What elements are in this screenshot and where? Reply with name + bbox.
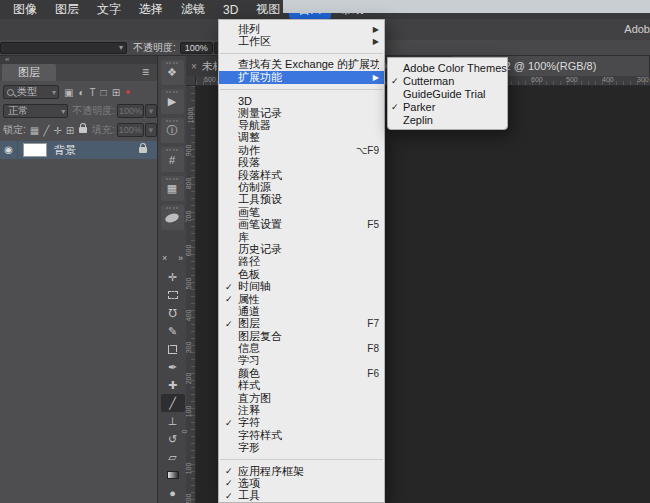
menu-item-shortcut: F5 <box>367 219 379 230</box>
window-menu-item-0[interactable]: 排列▶ <box>219 23 384 35</box>
filter-pixel-layers-icon[interactable]: ▣ <box>64 87 73 98</box>
gradient-tool[interactable] <box>161 466 185 484</box>
lock-all-icon[interactable] <box>79 127 87 133</box>
window-menu-item-24[interactable]: ✓图层F7 <box>219 318 384 330</box>
menubar-item-4[interactable]: 滤镜 <box>172 0 214 19</box>
menubar-item-2[interactable]: 文字 <box>88 0 130 19</box>
fill-value[interactable]: 100% <box>117 123 144 137</box>
collapse-panels-icon[interactable]: « <box>5 55 8 64</box>
panel-menu-icon[interactable]: ≡ <box>142 65 149 79</box>
filter-toggle-icon[interactable]: ● <box>125 87 130 97</box>
extensions-submenu-item-3[interactable]: ✓Parker <box>388 100 507 113</box>
vertical-ruler[interactable]: 10009008007006005004003002001000100200 <box>186 86 196 503</box>
window-menu-item-4[interactable]: 扩展功能▶ <box>219 71 384 83</box>
layer-opacity-caret[interactable]: ▾ <box>145 104 157 118</box>
filter-adjustment-layers-icon[interactable]: ◐ <box>78 87 84 98</box>
eraser-tool[interactable]: ▱ <box>161 448 185 466</box>
brush-tool[interactable]: ╱ <box>161 394 185 412</box>
blur-tool[interactable]: ● <box>161 484 185 502</box>
window-menu-item-32[interactable]: ✓字符 <box>219 417 384 429</box>
menubar-item-1[interactable]: 图层 <box>46 0 88 19</box>
expand-dock-icon[interactable]: » <box>178 253 183 263</box>
window-menu-item-31[interactable]: 注释 <box>219 404 384 416</box>
healing-brush-tool[interactable]: ✚ <box>161 376 185 394</box>
menubar-item-3[interactable]: 选择 <box>130 0 172 19</box>
clone-stamp-tool[interactable]: ⊥ <box>161 412 185 430</box>
window-menu-item-25[interactable]: 图层复合 <box>219 330 384 342</box>
window-menu-item-21[interactable]: ✓时间轴 <box>219 280 384 292</box>
submenu-item-label: GuideGuide Trial <box>403 88 486 100</box>
layer-thumbnail[interactable] <box>23 143 47 157</box>
window-menu-item-9[interactable]: 调整 <box>219 132 384 144</box>
crop-tool[interactable] <box>161 340 185 358</box>
window-menu-item-38[interactable]: ✓工具 <box>219 490 384 502</box>
window-menu-item-10[interactable]: 动作⌥F9 <box>219 144 384 156</box>
window-menu-item-6[interactable]: 3D <box>219 95 384 107</box>
lasso-tool[interactable]: ℧ <box>161 304 185 322</box>
window-menu-item-19[interactable]: 路径 <box>219 256 384 268</box>
window-menu-item-17[interactable]: 库 <box>219 231 384 243</box>
submenu-arrow-icon: ▶ <box>373 73 379 82</box>
window-menu-item-34[interactable]: 字形 <box>219 442 384 454</box>
eyedropper-tool[interactable]: ✒ <box>161 358 185 376</box>
layer-opacity-value[interactable]: 100% <box>117 104 144 118</box>
extensions-submenu-item-1[interactable]: ✓Cutterman <box>388 74 507 87</box>
window-menu-item-23[interactable]: 通道 <box>219 305 384 317</box>
guideguide-panel-icon[interactable]: # <box>161 147 184 172</box>
filter-shape-layers-icon[interactable]: □ <box>101 87 107 98</box>
zeplin-panel-icon[interactable] <box>161 205 184 230</box>
actions-panel-icon[interactable]: ▶ <box>161 89 184 114</box>
document-tab-1[interactable]: × 未标 <box>186 56 218 76</box>
lock-transparent-pixels-icon[interactable]: ▦ <box>30 125 39 136</box>
extensions-submenu-item-4[interactable]: Zeplin <box>388 113 507 126</box>
extensions-submenu-item-0[interactable]: Adobe Color Themes <box>388 61 507 74</box>
marquee-tool[interactable] <box>161 286 185 304</box>
window-menu-item-30[interactable]: 直方图 <box>219 392 384 404</box>
opacity-value-field[interactable]: 100% <box>180 42 213 54</box>
layer-filter-select[interactable]: 类型 ▾ <box>3 85 59 99</box>
move-tool[interactable]: ✛ <box>161 268 185 286</box>
filter-type-layers-icon[interactable]: T <box>90 87 96 98</box>
lock-image-pixels-icon[interactable]: ╱ <box>43 125 49 136</box>
tab-layers[interactable]: 图层 <box>2 64 56 81</box>
menu-item-label: 直方图 <box>238 392 379 404</box>
window-menu-item-28[interactable]: 颜色F6 <box>219 367 384 379</box>
window-menu-item-37[interactable]: ✓选项 <box>219 477 384 489</box>
brush-mode-select[interactable]: ▾ <box>0 42 127 54</box>
filter-smart-objects-icon[interactable]: ⊞ <box>112 87 120 98</box>
window-menu-item-22[interactable]: ✓属性 <box>219 293 384 305</box>
window-menu-item-33[interactable]: 字符样式 <box>219 429 384 441</box>
lock-position-icon[interactable]: ✛ <box>53 125 61 136</box>
close-icon[interactable]: × <box>191 61 197 72</box>
menubar-item-0[interactable]: 图像 <box>4 0 46 19</box>
layer-visibility-icon[interactable]: ◉ <box>0 141 18 159</box>
window-menu-item-26[interactable]: 信息F8 <box>219 342 384 354</box>
window-menu-item-27[interactable]: 学习 <box>219 355 384 367</box>
window-menu-item-16[interactable]: 画笔设置F5 <box>219 218 384 230</box>
window-menu-item-8[interactable]: 导航器 <box>219 119 384 131</box>
close-icon[interactable]: × <box>162 253 167 263</box>
extensions-submenu-item-2[interactable]: GuideGuide Trial <box>388 87 507 100</box>
window-menu-item-3[interactable]: 查找有关 Exchange 的扩展功能... <box>219 59 384 71</box>
window-menu-item-20[interactable]: 色板 <box>219 268 384 280</box>
window-menu-item-36[interactable]: ✓应用程序框架 <box>219 465 384 477</box>
lock-artboard-icon[interactable]: ⊞ <box>66 125 74 136</box>
window-menu-item-11[interactable]: 段落 <box>219 157 384 169</box>
cutterman-panel-icon[interactable]: ❖ <box>161 60 184 85</box>
blend-mode-select[interactable]: 正常 ▾ <box>3 104 68 118</box>
info-panel-icon[interactable]: ⓘ <box>161 118 184 143</box>
layer-row-background[interactable]: ◉ 背景 <box>0 141 157 159</box>
window-menu-item-18[interactable]: 历史记录 <box>219 243 384 255</box>
menu-item-label: 画笔设置 <box>238 218 359 230</box>
window-menu-item-12[interactable]: 段落样式 <box>219 169 384 181</box>
window-menu-item-15[interactable]: 画笔 <box>219 206 384 218</box>
window-menu-item-14[interactable]: 工具预设 <box>219 194 384 206</box>
fill-caret[interactable]: ▾ <box>145 123 157 137</box>
parker-panel-icon[interactable]: ▦ <box>161 176 184 201</box>
window-menu-item-7[interactable]: 测量记录 <box>219 107 384 119</box>
window-menu-item-13[interactable]: 仿制源 <box>219 181 384 193</box>
window-menu-item-29[interactable]: 样式 <box>219 380 384 392</box>
menubar-item-5[interactable]: 3D <box>214 2 247 18</box>
quick-selection-tool[interactable]: ✎ <box>161 322 185 340</box>
window-menu-item-1[interactable]: 工作区▶ <box>219 35 384 47</box>
